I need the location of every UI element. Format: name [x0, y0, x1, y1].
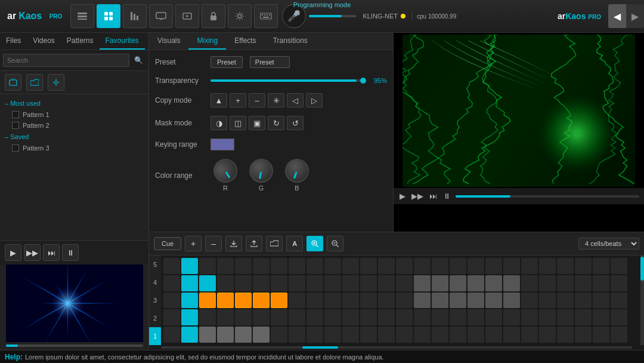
- ctrl-next-btn[interactable]: ⏭: [43, 244, 60, 261]
- vid-pause-btn[interactable]: ⏸: [442, 190, 452, 202]
- seq-cell[interactable]: [432, 275, 448, 291]
- seq-cell[interactable]: [324, 275, 341, 291]
- transparency-slider[interactable]: [210, 79, 364, 82]
- seq-cell[interactable]: [217, 309, 234, 325]
- seq-cell[interactable]: [450, 309, 466, 325]
- seq-cell[interactable]: [181, 327, 198, 343]
- seq-cell[interactable]: [253, 327, 270, 343]
- knob-r[interactable]: [209, 155, 242, 187]
- vid-progress-bar[interactable]: [456, 195, 639, 198]
- seq-cell[interactable]: [467, 258, 484, 274]
- seq-cell[interactable]: [414, 275, 431, 291]
- seq-cell[interactable]: [593, 258, 609, 274]
- nav-prev-button[interactable]: ◀: [608, 4, 626, 28]
- search-input[interactable]: [3, 54, 129, 67]
- seq-cell[interactable]: [181, 293, 198, 309]
- seq-cell[interactable]: [360, 275, 377, 291]
- seq-cell[interactable]: [217, 258, 234, 274]
- row-label-5[interactable]: 5: [149, 256, 161, 273]
- icon-display-btn[interactable]: [149, 4, 173, 28]
- seq-cell[interactable]: [450, 275, 466, 291]
- seq-cell[interactable]: [593, 293, 609, 309]
- seq-cell[interactable]: [557, 327, 574, 343]
- seq-cell[interactable]: [360, 327, 377, 343]
- knob-g[interactable]: [247, 157, 275, 184]
- mask-btn-vert[interactable]: ◫: [230, 116, 246, 130]
- group-saved[interactable]: – Saved: [0, 131, 148, 143]
- seq-cell[interactable]: [467, 327, 484, 343]
- seq-cell[interactable]: [611, 275, 627, 291]
- seq-cell[interactable]: [378, 293, 395, 309]
- seq-cell[interactable]: [360, 293, 377, 309]
- seq-cell[interactable]: [575, 275, 592, 291]
- vid-forward-btn[interactable]: ▶▶: [410, 190, 425, 202]
- seq-cell[interactable]: [342, 275, 359, 291]
- row-label-3[interactable]: 3: [149, 291, 161, 309]
- seq-cell[interactable]: [396, 309, 413, 325]
- knob-b[interactable]: [281, 155, 312, 186]
- tab-videos[interactable]: Videos: [27, 33, 60, 50]
- seq-cell[interactable]: [378, 258, 395, 274]
- seq-cell[interactable]: [199, 309, 216, 325]
- icon-files-btn[interactable]: [70, 4, 94, 28]
- seq-cell[interactable]: [253, 258, 270, 274]
- vid-next-frame-btn[interactable]: ⏭: [428, 190, 438, 202]
- seq-cell[interactable]: [521, 293, 538, 309]
- seq-cell[interactable]: [306, 275, 323, 291]
- ctrl-pause-btn[interactable]: ⏸: [62, 244, 79, 261]
- seq-cell[interactable]: [163, 327, 180, 343]
- seq-add-btn[interactable]: +: [185, 236, 202, 251]
- seq-cell[interactable]: [396, 275, 413, 291]
- seq-cell[interactable]: [342, 293, 359, 309]
- seq-cell[interactable]: [521, 327, 538, 343]
- seq-folder-btn[interactable]: [266, 236, 283, 251]
- seq-cell[interactable]: [557, 258, 574, 274]
- seq-cell[interactable]: [324, 327, 341, 343]
- seq-cell[interactable]: [271, 293, 287, 309]
- seq-cell[interactable]: [485, 258, 502, 274]
- seq-text-btn[interactable]: A: [286, 236, 303, 251]
- seq-cell[interactable]: [217, 327, 234, 343]
- seq-cell[interactable]: [414, 258, 431, 274]
- seq-cell[interactable]: [324, 293, 341, 309]
- preset-button[interactable]: Preset: [210, 56, 243, 68]
- seq-cell[interactable]: [235, 275, 252, 291]
- seq-cell[interactable]: [557, 275, 574, 291]
- seq-cell[interactable]: [503, 309, 520, 325]
- seq-cell[interactable]: [467, 309, 484, 325]
- seq-cell[interactable]: [450, 293, 466, 309]
- tree-item-pattern1[interactable]: Pattern 1: [0, 109, 148, 120]
- tab-effects[interactable]: Effects: [226, 33, 264, 50]
- row-label-1[interactable]: 1: [149, 327, 161, 345]
- seq-cell[interactable]: [163, 275, 180, 291]
- seq-cell[interactable]: [593, 275, 609, 291]
- preview-progress[interactable]: [6, 344, 143, 347]
- seq-cell[interactable]: [235, 309, 252, 325]
- seq-cell[interactable]: [181, 258, 198, 274]
- seq-cell[interactable]: [253, 275, 270, 291]
- seq-zoom-in-btn[interactable]: [306, 236, 323, 251]
- seq-cell[interactable]: [199, 327, 216, 343]
- seq-cell[interactable]: [432, 258, 448, 274]
- seq-cell[interactable]: [396, 258, 413, 274]
- seq-cell[interactable]: [396, 293, 413, 309]
- seq-cell[interactable]: [593, 327, 609, 343]
- seq-cell[interactable]: [396, 327, 413, 343]
- seq-cell[interactable]: [217, 275, 234, 291]
- seq-import-btn[interactable]: [225, 236, 242, 251]
- seq-cell[interactable]: [485, 327, 502, 343]
- copy-btn-left[interactable]: ◁: [287, 93, 304, 107]
- seq-cell[interactable]: [360, 309, 377, 325]
- seq-cell[interactable]: [289, 309, 305, 325]
- icon-folder-btn[interactable]: [26, 74, 43, 91]
- ctrl-play-btn[interactable]: ▶: [5, 244, 21, 261]
- copy-btn-plus[interactable]: +: [230, 93, 246, 107]
- tab-visuals[interactable]: Visuals: [149, 33, 188, 50]
- seq-cell[interactable]: [575, 309, 592, 325]
- seq-cell[interactable]: [539, 293, 556, 309]
- seq-cell[interactable]: [306, 258, 323, 274]
- seq-cell[interactable]: [521, 275, 538, 291]
- horizontal-scroll-thumb[interactable]: [302, 346, 338, 349]
- search-icon[interactable]: 🔍: [131, 53, 145, 67]
- seq-cell[interactable]: [324, 258, 341, 274]
